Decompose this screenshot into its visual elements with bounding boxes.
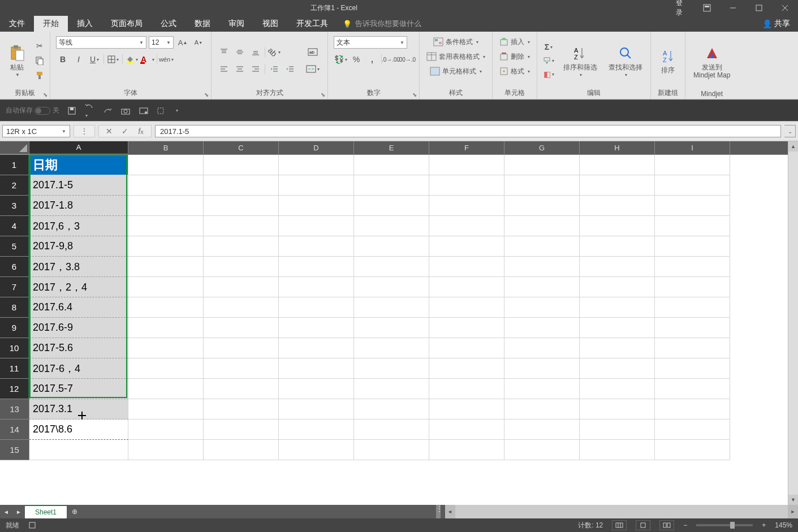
row-header-1[interactable]: 1 — [0, 155, 29, 175]
column-header-E[interactable]: E — [354, 141, 429, 154]
sheet-tab[interactable]: Sheet1 — [25, 505, 67, 518]
cell-F9[interactable] — [429, 318, 504, 338]
column-header-F[interactable]: F — [429, 141, 504, 154]
cell-G1[interactable] — [504, 155, 580, 175]
row-header-8[interactable]: 8 — [0, 297, 29, 318]
cell-E8[interactable] — [354, 297, 429, 318]
cell-A7[interactable]: 2017，2，4 — [29, 277, 128, 297]
align-left-button[interactable] — [217, 63, 231, 75]
cell-H9[interactable] — [580, 318, 655, 338]
autosave-toggle[interactable] — [34, 107, 50, 115]
percent-button[interactable]: % — [350, 53, 363, 66]
cell-H7[interactable] — [580, 277, 655, 297]
cell-I4[interactable] — [655, 216, 730, 236]
cell-E14[interactable] — [354, 419, 429, 440]
cell-I13[interactable] — [655, 399, 730, 419]
cell-C7[interactable] — [204, 277, 279, 297]
column-header-C[interactable]: C — [204, 141, 279, 154]
cell-G4[interactable] — [504, 216, 580, 236]
cell-C10[interactable] — [204, 338, 279, 358]
cell-H15[interactable] — [580, 440, 655, 460]
maximize-button[interactable] — [746, 0, 772, 16]
cell-A4[interactable]: 2017,6，3 — [29, 216, 128, 236]
cell-I10[interactable] — [655, 338, 730, 358]
cell-G5[interactable] — [504, 236, 580, 257]
cell-A6[interactable]: 2017，3.8 — [29, 257, 128, 277]
name-box[interactable]: 12R x 1C▼ — [2, 125, 70, 137]
add-sheet-button[interactable]: ⊕ — [67, 505, 83, 518]
italic-button[interactable]: I — [72, 53, 85, 66]
fill-button[interactable]: ▾ — [542, 54, 555, 67]
menu-icon[interactable]: ⋮ — [77, 127, 91, 136]
cell-H2[interactable] — [580, 175, 655, 196]
cell-styles-button[interactable]: 单元格样式▾ — [428, 64, 484, 78]
cell-F7[interactable] — [429, 277, 504, 297]
cell-G9[interactable] — [504, 318, 580, 338]
dialog-launcher[interactable]: ⬊ — [412, 92, 417, 98]
cell-C13[interactable] — [204, 399, 279, 419]
tab-insert[interactable]: 插入 — [68, 16, 102, 32]
cell-D10[interactable] — [279, 338, 354, 358]
cell-G10[interactable] — [504, 338, 580, 358]
row-header-4[interactable]: 4 — [0, 216, 29, 236]
cell-E15[interactable] — [354, 440, 429, 460]
sheet-nav-next[interactable]: ► — [12, 505, 25, 518]
align-middle-button[interactable] — [233, 46, 247, 58]
cell-G7[interactable] — [504, 277, 580, 297]
orientation-button[interactable]: ab▾ — [268, 46, 281, 58]
cell-I7[interactable] — [655, 277, 730, 297]
cell-D15[interactable] — [279, 440, 354, 460]
cell-B10[interactable] — [128, 338, 204, 358]
row-header-12[interactable]: 12 — [0, 379, 29, 399]
cell-E11[interactable] — [354, 358, 429, 379]
vertical-scrollbar[interactable]: ▲ ▼ — [788, 141, 798, 505]
phonetic-button[interactable]: wén▾ — [159, 53, 173, 66]
formula-bar[interactable]: 2017.1-5 — [155, 125, 781, 137]
cell-H1[interactable] — [580, 155, 655, 175]
cell-B9[interactable] — [128, 318, 204, 338]
bold-button[interactable]: B — [56, 53, 70, 66]
cell-D5[interactable] — [279, 236, 354, 257]
row-header-15[interactable]: 15 — [0, 440, 29, 460]
cell-A8[interactable]: 2017.6.4 — [29, 297, 128, 318]
increase-decimal-button[interactable]: .0→.00 — [384, 53, 398, 66]
column-header-G[interactable]: G — [504, 141, 580, 154]
clear-button[interactable]: ◧▾ — [542, 68, 555, 80]
cancel-button[interactable]: ✕ — [102, 127, 116, 136]
fill-color-button[interactable]: ▾ — [125, 53, 139, 66]
share-button[interactable]: 👤 共享 — [754, 16, 798, 32]
dialog-launcher[interactable]: ⬊ — [321, 92, 325, 98]
cell-E7[interactable] — [354, 277, 429, 297]
align-bottom-button[interactable] — [249, 46, 262, 58]
cell-C12[interactable] — [204, 379, 279, 399]
cell-C9[interactable] — [204, 318, 279, 338]
cell-E1[interactable] — [354, 155, 429, 175]
cell-C3[interactable] — [204, 196, 279, 216]
sort-filter-button[interactable]: AZ 排序和筛选▾ — [559, 36, 602, 85]
cell-C4[interactable] — [204, 216, 279, 236]
cell-C8[interactable] — [204, 297, 279, 318]
cell-B2[interactable] — [128, 175, 204, 196]
cell-H3[interactable] — [580, 196, 655, 216]
cell-B3[interactable] — [128, 196, 204, 216]
zoom-slider[interactable] — [696, 524, 753, 526]
cell-D3[interactable] — [279, 196, 354, 216]
close-button[interactable] — [772, 0, 798, 16]
cell-B14[interactable] — [128, 419, 204, 440]
zoom-level[interactable]: 145% — [775, 521, 792, 529]
font-size-combo[interactable]: 12▼ — [149, 36, 174, 49]
cell-E3[interactable] — [354, 196, 429, 216]
expand-formula-bar[interactable]: ⌄ — [784, 125, 796, 137]
cell-B11[interactable] — [128, 358, 204, 379]
enter-button[interactable]: ✓ — [118, 127, 132, 136]
qat-customize[interactable]: ▾ — [176, 108, 178, 113]
cell-A13[interactable]: 2017.3.1 — [29, 399, 128, 419]
cell-E6[interactable] — [354, 257, 429, 277]
cell-B7[interactable] — [128, 277, 204, 297]
cell-B13[interactable] — [128, 399, 204, 419]
tab-review[interactable]: 审阅 — [219, 16, 253, 32]
cell-H8[interactable] — [580, 297, 655, 318]
column-header-B[interactable]: B — [128, 141, 204, 154]
cell-I15[interactable] — [655, 440, 730, 460]
copy-button[interactable] — [33, 54, 46, 67]
